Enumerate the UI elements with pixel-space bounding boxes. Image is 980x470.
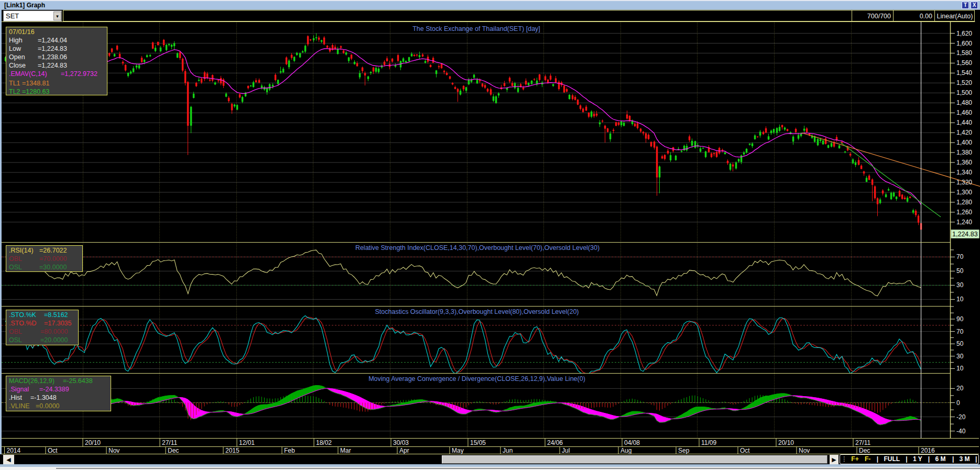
svg-text:Relative Strength Index(CLOSE,: Relative Strength Index(CLOSE,14,30,70),… [355,244,600,252]
svg-text:1,224.83: 1,224.83 [952,231,978,238]
svg-text:Mar: Mar [340,447,351,454]
svg-text:1,380: 1,380 [956,149,972,156]
svg-text:-20: -20 [956,413,966,421]
svg-text:1,400: 1,400 [956,139,972,146]
svg-text:27/11: 27/11 [855,439,870,446]
svg-text:50: 50 [956,267,964,275]
svg-text:70: 70 [956,253,964,260]
svg-text:2016: 2016 [921,447,935,454]
svg-text:Apr: Apr [399,447,409,454]
svg-text:1,260: 1,260 [956,209,972,216]
svg-text:70: 70 [956,328,964,335]
svg-text:1,540: 1,540 [956,69,972,76]
svg-text:20: 20 [956,385,964,392]
svg-text:1,440: 1,440 [956,119,972,126]
svg-text:1,240: 1,240 [956,218,972,226]
svg-text:0: 0 [956,399,960,407]
svg-text:30: 30 [956,353,964,360]
svg-text:18/02: 18/02 [316,439,332,446]
svg-text:04/08: 04/08 [624,439,640,446]
svg-text:12/01: 12/01 [239,439,255,446]
svg-text:1,520: 1,520 [956,79,972,86]
svg-text:The Stock Exchange of Thailand: The Stock Exchange of Thailand(SET) [day… [412,25,540,32]
svg-text:-40: -40 [956,428,966,435]
svg-text:24/06: 24/06 [547,439,563,446]
svg-text:1,560: 1,560 [956,59,972,67]
svg-text:Oct: Oct [740,447,750,454]
svg-text:Stochastics Oscillator(9,3,3),: Stochastics Oscillator(9,3,3),Overbought… [375,308,579,315]
svg-text:27/11: 27/11 [162,439,177,446]
svg-text:May: May [452,447,464,454]
svg-text:1,280: 1,280 [956,199,972,206]
svg-text:30: 30 [956,281,964,289]
svg-text:Sep: Sep [678,447,690,454]
svg-text:Feb: Feb [284,447,295,454]
svg-text:10: 10 [956,365,964,372]
svg-text:50: 50 [956,340,964,347]
svg-text:1,460: 1,460 [956,109,972,116]
svg-text:Nov: Nov [799,447,810,454]
svg-text:1,620: 1,620 [956,30,972,37]
svg-text:1,580: 1,580 [956,49,972,57]
svg-text:Nov: Nov [108,447,119,454]
svg-text:Moving Average Convergence / D: Moving Average Convergence / Divergence(… [368,375,585,382]
svg-text:1,500: 1,500 [956,89,972,96]
svg-text:20/10: 20/10 [778,439,794,446]
svg-text:30/03: 30/03 [393,439,409,446]
svg-text:1,340: 1,340 [956,169,972,176]
svg-text:Dec: Dec [859,447,870,454]
svg-text:Jul: Jul [562,447,570,454]
svg-text:1,320: 1,320 [956,179,972,186]
svg-text:1,300: 1,300 [956,189,972,196]
svg-text:2014: 2014 [7,447,21,454]
svg-text:15/05: 15/05 [470,439,486,446]
svg-text:10: 10 [956,296,964,303]
svg-text:1,420: 1,420 [956,129,972,136]
svg-text:20/10: 20/10 [85,439,101,446]
svg-text:Jun: Jun [503,447,513,454]
svg-text:1,360: 1,360 [956,159,972,166]
svg-text:Aug: Aug [620,447,631,454]
svg-text:Oct: Oct [48,447,58,454]
svg-text:1,600: 1,600 [956,40,972,47]
svg-text:2015: 2015 [225,447,239,454]
svg-text:1,480: 1,480 [956,99,972,106]
svg-text:90: 90 [956,315,964,323]
svg-text:Dec: Dec [168,447,179,454]
svg-text:11/09: 11/09 [701,439,716,446]
